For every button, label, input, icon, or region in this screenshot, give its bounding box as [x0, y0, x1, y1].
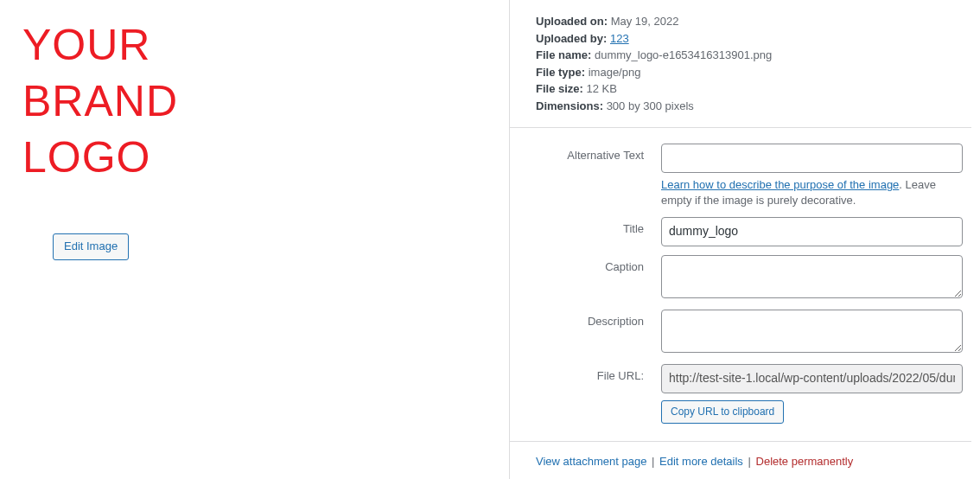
- uploaded-on-value: May 19, 2022: [611, 15, 679, 28]
- dimensions-label: Dimensions:: [536, 99, 603, 112]
- uploaded-by-label: Uploaded by:: [536, 32, 607, 45]
- attachment-actions: View attachment page | Edit more details…: [510, 441, 971, 476]
- file-size-value: 12 KB: [587, 82, 617, 95]
- file-url-label: File URL:: [536, 364, 661, 382]
- file-url-input[interactable]: [661, 364, 963, 393]
- alt-text-label: Alternative Text: [536, 144, 661, 162]
- attachment-settings: Alternative Text Learn how to describe t…: [510, 128, 980, 424]
- media-details-panel: Uploaded on: May 19, 2022 Uploaded by: 1…: [510, 0, 980, 479]
- logo-line-1: YOUR: [22, 17, 509, 73]
- copy-url-button[interactable]: Copy URL to clipboard: [661, 400, 784, 424]
- title-label: Title: [536, 217, 661, 235]
- action-separator: |: [650, 455, 656, 468]
- logo-line-3: LOGO: [22, 130, 509, 186]
- caption-textarea[interactable]: [661, 255, 963, 298]
- media-preview-panel: YOUR BRAND LOGO Edit Image: [0, 0, 510, 479]
- edit-image-button[interactable]: Edit Image: [53, 233, 129, 260]
- uploaded-on-label: Uploaded on:: [536, 15, 608, 28]
- description-label: Description: [536, 310, 661, 328]
- file-size-label: File size:: [536, 82, 583, 95]
- description-textarea[interactable]: [661, 310, 963, 353]
- alt-text-input[interactable]: [661, 144, 963, 173]
- image-preview: YOUR BRAND LOGO: [5, 0, 509, 186]
- edit-more-details-link[interactable]: Edit more details: [659, 455, 743, 468]
- delete-permanently-link[interactable]: Delete permanently: [756, 455, 854, 468]
- action-separator: |: [747, 455, 753, 468]
- dimensions-value: 300 by 300 pixels: [607, 99, 694, 112]
- uploaded-by-link[interactable]: 123: [610, 32, 629, 45]
- file-name-label: File name:: [536, 48, 591, 61]
- file-name-value: dummy_logo-e1653416313901.png: [595, 48, 772, 61]
- file-type-label: File type:: [536, 66, 585, 79]
- file-type-value: image/png: [589, 66, 641, 79]
- alt-text-help-link[interactable]: Learn how to describe the purpose of the…: [661, 178, 899, 191]
- caption-label: Caption: [536, 255, 661, 273]
- title-input[interactable]: [661, 217, 963, 246]
- logo-line-2: BRAND: [22, 73, 509, 130]
- attachment-meta: Uploaded on: May 19, 2022 Uploaded by: 1…: [510, 13, 971, 128]
- view-attachment-link[interactable]: View attachment page: [536, 455, 646, 468]
